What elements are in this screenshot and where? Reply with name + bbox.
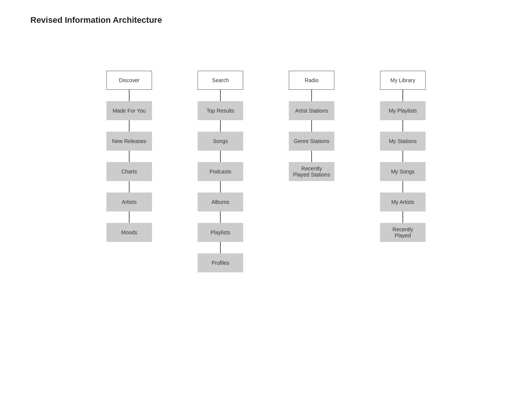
connector-discover-1 xyxy=(129,120,130,132)
node-child-radio-2: Recently Played Stations xyxy=(289,162,334,181)
connector-search-2 xyxy=(220,151,221,162)
node-child-search-2: Podcasts xyxy=(198,162,243,181)
connector-search-4 xyxy=(220,212,221,223)
connector-my-library-3 xyxy=(402,181,403,192)
column-search: SearchTop ResultsSongsPodcastsAlbumsPlay… xyxy=(198,71,243,272)
node-child-my-library-3: My Artists xyxy=(380,192,426,212)
node-child-search-5: Profiles xyxy=(198,253,243,272)
connector-discover-0 xyxy=(129,90,130,101)
connector-my-library-4 xyxy=(402,212,403,223)
connector-discover-3 xyxy=(129,181,130,192)
connector-my-library-1 xyxy=(402,120,403,132)
connector-search-5 xyxy=(220,242,221,253)
column-my-library: My LibraryMy PlaylistsMy StationsMy Song… xyxy=(380,71,426,242)
connector-discover-4 xyxy=(129,212,130,223)
diagram-container: DiscoverMade For YouNew ReleasesChartsAr… xyxy=(0,25,532,295)
node-child-discover-0: Made For You xyxy=(106,101,152,120)
connector-search-0 xyxy=(220,90,221,101)
connector-radio-1 xyxy=(311,120,312,132)
node-child-discover-4: Moods xyxy=(106,223,152,242)
node-child-search-4: Playlists xyxy=(198,223,243,242)
column-radio: RadioArtist StationsGenre StationsRecent… xyxy=(289,71,334,181)
node-child-my-library-2: My Songs xyxy=(380,162,426,181)
node-root-radio: Radio xyxy=(289,71,334,90)
node-child-discover-1: New Releases xyxy=(106,132,152,151)
node-child-discover-2: Charts xyxy=(106,162,152,181)
node-child-search-1: Songs xyxy=(198,132,243,151)
page-title: Revised Information Architecture xyxy=(0,0,532,25)
node-child-my-library-4: Recently Played xyxy=(380,223,426,242)
node-child-radio-1: Genre Stations xyxy=(289,132,334,151)
connector-discover-2 xyxy=(129,151,130,162)
node-child-radio-0: Artist Stations xyxy=(289,101,334,120)
connector-radio-0 xyxy=(311,90,312,101)
connector-radio-2 xyxy=(311,151,312,162)
connector-search-1 xyxy=(220,120,221,132)
node-child-discover-3: Artists xyxy=(106,192,152,212)
node-root-search: Search xyxy=(198,71,243,90)
connector-my-library-0 xyxy=(402,90,403,101)
node-child-search-0: Top Results xyxy=(198,101,243,120)
connector-search-3 xyxy=(220,181,221,192)
column-discover: DiscoverMade For YouNew ReleasesChartsAr… xyxy=(106,71,152,242)
node-root-discover: Discover xyxy=(106,71,152,90)
node-child-my-library-1: My Stations xyxy=(380,132,426,151)
node-child-my-library-0: My Playlists xyxy=(380,101,426,120)
node-root-my-library: My Library xyxy=(380,71,426,90)
node-child-search-3: Albums xyxy=(198,192,243,212)
connector-my-library-2 xyxy=(402,151,403,162)
